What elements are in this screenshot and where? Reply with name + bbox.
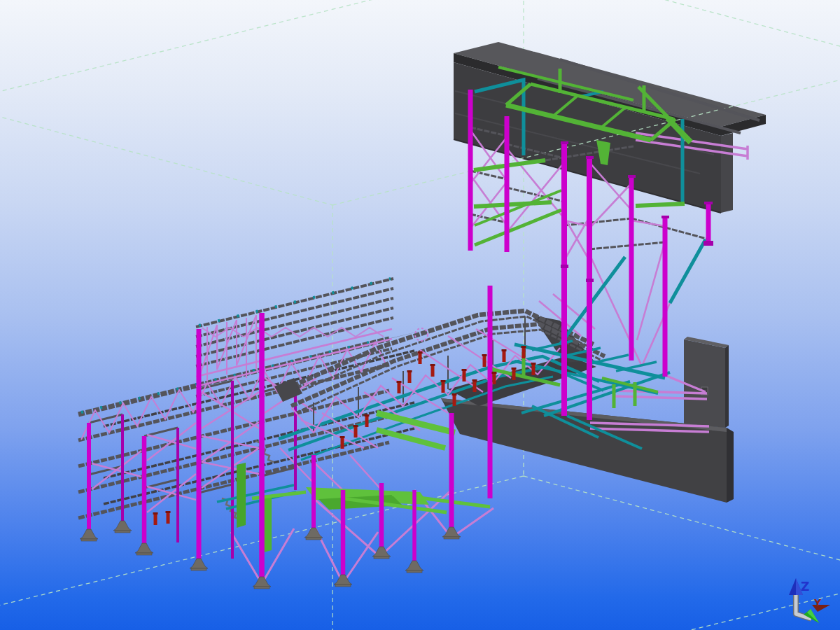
- axis-y-label: Y: [813, 597, 822, 608]
- axis-gizmo: Z Y: [789, 578, 830, 623]
- axis-z-label: Z: [801, 580, 809, 594]
- model-canvas: Z Y: [0, 0, 840, 630]
- model-viewport[interactable]: Z Y: [0, 0, 840, 630]
- fin-wall[interactable]: [684, 337, 729, 428]
